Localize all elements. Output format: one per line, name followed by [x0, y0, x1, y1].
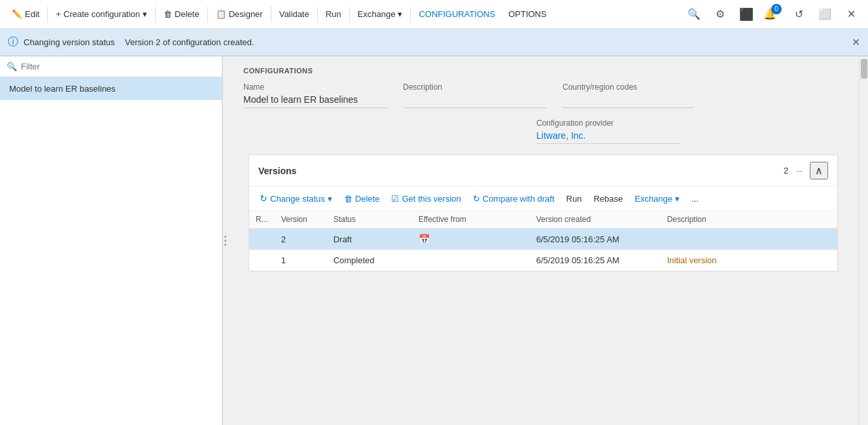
country-field-group: Country/region codes	[563, 83, 693, 108]
sidebar-drag-handle[interactable]	[222, 56, 228, 425]
provider-field-group: Configuration provider Litware, Inc.	[536, 119, 680, 144]
col-header-version: Version	[275, 211, 327, 229]
exchange-chevron-icon: ▾	[398, 9, 402, 19]
notifications-button[interactable]: 🔔 0	[761, 3, 784, 26]
edit-button[interactable]: ✏️ Edit	[5, 0, 46, 29]
notification-close-button[interactable]: ✕	[852, 36, 860, 48]
filter-input[interactable]	[21, 62, 215, 71]
col-header-r: R...	[249, 211, 275, 229]
separator-4	[271, 7, 271, 22]
drag-dot-3	[224, 244, 226, 246]
versions-title: Versions	[258, 166, 296, 176]
row1-version: 2	[275, 229, 327, 250]
col-header-effective: Effective from	[412, 211, 530, 229]
popout-icon: ⬜	[818, 8, 831, 20]
table-row[interactable]: 2 Draft 📅 6/5/2019 05:16:25 AM	[249, 229, 837, 250]
rebase-button[interactable]: Rebase	[588, 191, 628, 206]
plus-icon: +	[56, 9, 61, 19]
name-field-group: Name Model to learn ER baselines	[243, 83, 387, 108]
separator-3	[207, 7, 208, 22]
search-button[interactable]: 🔍	[682, 3, 706, 26]
versions-header: Versions 2 -- ∧	[249, 155, 837, 187]
sidebar: 🔍 Model to learn ER baselines	[0, 56, 222, 425]
compare-icon: ↻	[473, 194, 480, 204]
popout-button[interactable]: ⬜	[813, 3, 837, 26]
description-field-group: Description	[403, 83, 547, 108]
description-value	[403, 94, 547, 108]
row1-effective: 📅	[412, 229, 530, 250]
designer-button[interactable]: 📋 Designer	[209, 0, 269, 29]
sidebar-filter-bar: 🔍	[0, 56, 222, 77]
delete-button[interactable]: 🗑 Delete	[157, 0, 206, 29]
versions-exchange-button[interactable]: Exchange ▾	[629, 191, 685, 206]
versions-count: 2	[784, 166, 788, 176]
change-status-icon: ↻	[260, 193, 268, 204]
sidebar-item-model[interactable]: Model to learn ER baselines	[0, 77, 222, 100]
toolbar-right-group: 🔍 ⚙ ⬛ 🔔 0 ↺ ⬜ ✕	[682, 3, 863, 26]
separator-6	[349, 7, 350, 22]
col-header-created: Version created	[530, 211, 661, 229]
table-row[interactable]: 1 Completed 6/5/2019 05:16:25 AM Initial…	[249, 250, 837, 271]
name-label: Name	[243, 83, 387, 92]
configurations-tab[interactable]: CONFIGURATIONS	[412, 0, 502, 29]
change-status-chevron: ▾	[328, 194, 332, 204]
run-button[interactable]: Run	[319, 0, 348, 29]
close-icon: ✕	[847, 8, 856, 20]
info-icon: ⓘ	[8, 35, 18, 49]
more-button[interactable]: ...	[686, 191, 704, 206]
refresh-button[interactable]: ↺	[787, 3, 810, 26]
row2-effective	[412, 250, 530, 271]
get-version-button[interactable]: ☑ Get this version	[386, 191, 466, 206]
notification-area: 🔔 0	[761, 3, 784, 26]
exchange-button[interactable]: Exchange ▾	[351, 0, 409, 29]
scrollbar[interactable]	[859, 56, 868, 425]
settings-button[interactable]: ⚙	[708, 3, 732, 26]
change-status-button[interactable]: ↻ Change status ▾	[254, 191, 338, 206]
field-row-1: Name Model to learn ER baselines Descrip…	[243, 83, 843, 108]
search-icon: 🔍	[687, 8, 701, 20]
notification-message: Changing version status	[24, 37, 114, 47]
content-inner: CONFIGURATIONS Name Model to learn ER ba…	[228, 56, 859, 293]
versions-panel: Versions 2 -- ∧ ↻ Change status ▾ 🗑 Dele…	[249, 155, 838, 272]
field-row-2: Configuration provider Litware, Inc.	[243, 119, 843, 144]
country-value	[563, 94, 693, 108]
gear-icon: ⚙	[716, 8, 725, 20]
close-button[interactable]: ✕	[839, 3, 863, 26]
get-version-icon: ☑	[391, 194, 399, 204]
versions-delete-button[interactable]: 🗑 Delete	[339, 191, 385, 206]
provider-value[interactable]: Litware, Inc.	[536, 130, 680, 144]
notification-count: 0	[771, 4, 782, 14]
table-header-row: R... Version Status Effective from Versi…	[249, 211, 837, 229]
drag-dot-1	[224, 236, 226, 238]
versions-run-button[interactable]: Run	[561, 191, 587, 206]
separator-7	[410, 7, 411, 22]
drag-dot-2	[224, 240, 226, 242]
office-icon: ⬛	[739, 7, 754, 22]
chevron-down-icon: ▾	[143, 9, 147, 19]
office-button[interactable]: ⬛	[735, 3, 758, 26]
validate-button[interactable]: Validate	[273, 0, 316, 29]
versions-toolbar: ↻ Change status ▾ 🗑 Delete ☑ Get this ve…	[249, 187, 837, 211]
compare-draft-button[interactable]: ↻ Compare with draft	[468, 191, 560, 206]
separator-dash: --	[796, 166, 802, 176]
separator-1	[47, 7, 48, 22]
create-configuration-button[interactable]: + Create configuration ▾	[49, 0, 154, 29]
scrollbar-thumb[interactable]	[861, 59, 867, 79]
row1-created: 6/5/2019 05:16:25 AM	[530, 229, 661, 250]
edit-icon: ✏️	[12, 9, 22, 19]
separator-2	[155, 7, 156, 22]
filter-icon: 🔍	[7, 62, 17, 71]
options-tab[interactable]: OPTIONS	[502, 0, 553, 29]
refresh-icon: ↺	[795, 8, 803, 20]
designer-icon: 📋	[216, 9, 226, 19]
delete-icon: 🗑	[164, 9, 172, 19]
versions-table: R... Version Status Effective from Versi…	[249, 211, 837, 271]
country-label: Country/region codes	[563, 83, 693, 92]
row2-created: 6/5/2019 05:16:25 AM	[530, 250, 661, 271]
main-layout: 🔍 Model to learn ER baselines CONFIGURAT…	[0, 56, 868, 425]
calendar-icon[interactable]: 📅	[419, 234, 430, 244]
row2-description: Initial version	[661, 250, 837, 271]
col-header-description: Description	[661, 211, 837, 229]
separator-5	[317, 7, 318, 22]
versions-collapse-button[interactable]: ∧	[810, 162, 828, 179]
